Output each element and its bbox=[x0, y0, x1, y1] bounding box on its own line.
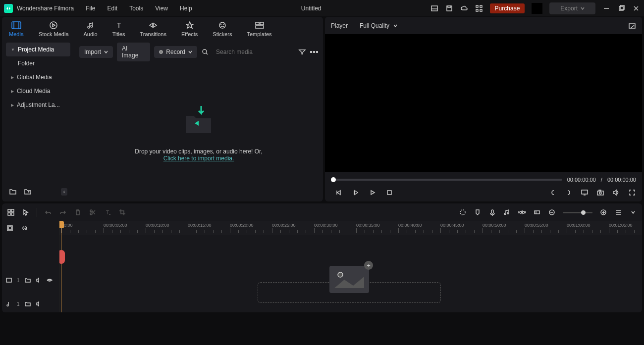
zoom-slider[interactable] bbox=[563, 212, 592, 213]
audio-folder-icon[interactable] bbox=[25, 301, 31, 307]
import-button[interactable]: Import bbox=[79, 46, 113, 58]
svg-point-48 bbox=[520, 211, 522, 213]
render-icon[interactable] bbox=[459, 208, 467, 216]
zoom-out-icon[interactable] bbox=[548, 208, 556, 216]
magnet-icon[interactable] bbox=[6, 224, 14, 232]
player-stage[interactable] bbox=[325, 34, 642, 172]
quality-dropdown[interactable]: Full Quality bbox=[356, 21, 401, 31]
collapse-sidebar-icon[interactable]: ‹ bbox=[61, 188, 67, 196]
marker-icon[interactable] bbox=[474, 208, 482, 216]
export-button[interactable]: Export bbox=[549, 2, 595, 14]
new-folder-icon[interactable] bbox=[9, 188, 17, 196]
video-track-header[interactable]: 1 bbox=[2, 272, 59, 289]
grid-icon[interactable] bbox=[7, 208, 15, 216]
step-back-icon[interactable] bbox=[352, 189, 360, 197]
display-icon[interactable] bbox=[581, 189, 589, 197]
svg-text:T: T bbox=[106, 209, 109, 215]
volume-icon[interactable] bbox=[612, 189, 620, 197]
tab-templates[interactable]: Templates bbox=[247, 21, 271, 40]
track-visible-icon[interactable] bbox=[47, 277, 53, 283]
delete-icon[interactable] bbox=[74, 208, 82, 216]
audio-track-header[interactable]: 1 bbox=[2, 296, 59, 312]
close-icon[interactable] bbox=[632, 4, 640, 12]
panel-tabs: Media Stock Media Audio T Titles Transit… bbox=[2, 17, 323, 40]
auto-tool-icon[interactable] bbox=[518, 208, 526, 216]
snapshot-panel-icon[interactable] bbox=[628, 22, 636, 30]
new-bin-icon[interactable] bbox=[24, 188, 32, 196]
menu-edit[interactable]: Edit bbox=[107, 5, 118, 12]
mark-out-icon[interactable] bbox=[565, 189, 573, 197]
svg-rect-7 bbox=[480, 9, 482, 11]
zoom-in-icon[interactable] bbox=[599, 208, 607, 216]
folder-art-icon bbox=[179, 99, 218, 138]
audio-mix-icon[interactable] bbox=[503, 208, 511, 216]
track-mute-icon[interactable] bbox=[36, 277, 42, 283]
track-list-icon[interactable] bbox=[614, 208, 622, 216]
tab-stock-media[interactable]: Stock Media bbox=[39, 21, 69, 40]
sidebar-folder[interactable]: Folder bbox=[6, 56, 70, 70]
minimize-icon[interactable] bbox=[602, 4, 610, 12]
tab-media[interactable]: Media bbox=[9, 21, 24, 40]
svg-point-67 bbox=[338, 272, 343, 277]
sidebar-global-media[interactable]: ▶Global Media bbox=[6, 70, 70, 84]
ruler-mark: 00:01:05:00 bbox=[609, 223, 633, 228]
sidebar-adjustment-layer[interactable]: ▶Adjustment La... bbox=[6, 98, 70, 112]
layout-icon[interactable] bbox=[430, 4, 438, 12]
ruler-mark: 00:00:25:00 bbox=[272, 223, 296, 228]
scrub-thumb[interactable] bbox=[331, 177, 336, 182]
svg-point-46 bbox=[460, 210, 465, 215]
redo-icon[interactable] bbox=[59, 208, 67, 216]
apps-icon[interactable] bbox=[475, 4, 483, 12]
save-icon[interactable] bbox=[445, 4, 453, 12]
svg-point-42 bbox=[90, 210, 92, 212]
playhead[interactable] bbox=[61, 221, 61, 312]
prev-frame-icon[interactable] bbox=[335, 189, 343, 197]
scrub-track[interactable] bbox=[331, 179, 562, 181]
timeline-ruler[interactable]: 00:0000:00:05:0000:00:10:0000:00:15:0000… bbox=[59, 221, 642, 235]
import-link[interactable]: Click here to import media. bbox=[163, 155, 234, 162]
ruler-mark: 00:00:10:00 bbox=[146, 223, 169, 228]
record-button[interactable]: Record bbox=[154, 46, 197, 58]
audio-mute-icon[interactable] bbox=[36, 301, 42, 307]
media-cue[interactable] bbox=[59, 250, 65, 264]
track-options-icon[interactable] bbox=[629, 208, 637, 216]
track-folder-icon[interactable] bbox=[25, 277, 31, 283]
menu-view[interactable]: View bbox=[155, 5, 168, 12]
split-icon[interactable] bbox=[89, 208, 97, 216]
menu-help[interactable]: Help bbox=[180, 5, 192, 12]
tab-titles[interactable]: T Titles bbox=[112, 21, 125, 40]
tab-audio[interactable]: Audio bbox=[84, 21, 98, 40]
mark-in-icon[interactable] bbox=[549, 189, 557, 197]
maximize-icon[interactable] bbox=[617, 4, 625, 12]
tab-transitions[interactable]: Transitions bbox=[140, 21, 166, 40]
fullscreen-icon[interactable] bbox=[628, 189, 636, 197]
timeline-tracks[interactable]: 00:0000:00:05:0000:00:10:0000:00:15:0000… bbox=[59, 221, 642, 312]
svg-point-49 bbox=[523, 211, 525, 213]
voiceover-icon[interactable] bbox=[488, 208, 496, 216]
menu-tools[interactable]: Tools bbox=[129, 5, 143, 12]
undo-icon[interactable] bbox=[44, 208, 52, 216]
avatar-slot[interactable] bbox=[532, 3, 542, 14]
clip-tool-icon[interactable] bbox=[533, 208, 541, 216]
more-icon[interactable] bbox=[310, 48, 318, 56]
crop-icon[interactable] bbox=[118, 208, 126, 216]
tab-effects[interactable]: Effects bbox=[181, 21, 198, 40]
svg-point-66 bbox=[49, 280, 50, 281]
cursor-icon[interactable] bbox=[22, 208, 30, 216]
stop-icon[interactable] bbox=[385, 189, 393, 197]
camera-icon[interactable] bbox=[596, 189, 604, 197]
filter-icon[interactable] bbox=[298, 48, 306, 56]
cloud-icon[interactable] bbox=[460, 4, 468, 12]
ruler-mark: 00:00:35:00 bbox=[356, 223, 380, 228]
link-icon[interactable] bbox=[21, 224, 29, 232]
play-icon[interactable] bbox=[369, 189, 376, 197]
tab-stickers[interactable]: Stickers bbox=[213, 21, 232, 40]
purchase-button[interactable]: Purchase bbox=[490, 3, 525, 13]
sidebar-project-media[interactable]: ▼Project Media bbox=[6, 43, 70, 56]
menu-file[interactable]: File bbox=[86, 5, 95, 12]
ai-image-button[interactable]: AI Image bbox=[117, 43, 150, 61]
text-icon[interactable]: T bbox=[104, 208, 111, 216]
sidebar-cloud-media[interactable]: ▶Cloud Media bbox=[6, 84, 70, 98]
media-drop-area[interactable]: Drop your video clips, images, or audio … bbox=[79, 61, 318, 198]
search-input[interactable] bbox=[212, 47, 294, 57]
